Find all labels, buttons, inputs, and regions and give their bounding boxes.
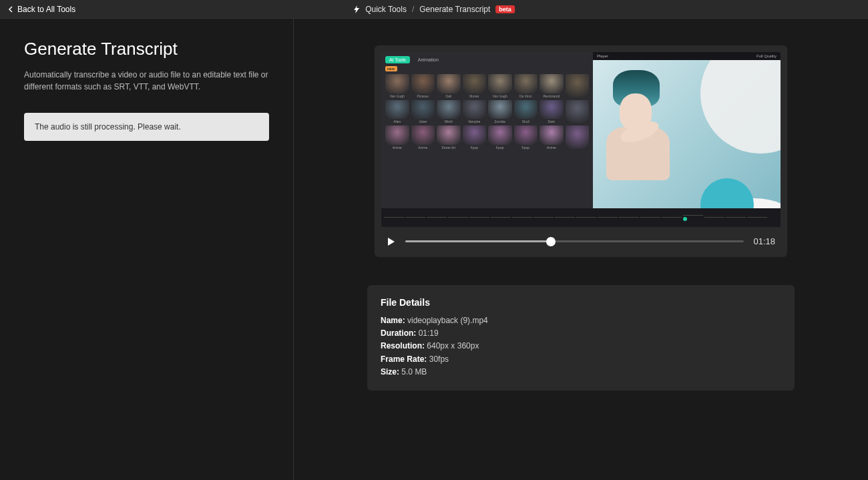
face-cell: Dark	[539, 100, 564, 124]
face-cell: Skull	[514, 100, 538, 124]
right-panel: AI Tools Animation new Van GoghPicassoDa…	[294, 19, 868, 480]
face-cell: Kpop	[463, 126, 487, 150]
player-label: Player	[597, 54, 608, 58]
face-cell: Dali	[437, 74, 461, 98]
face-cell: Witch	[437, 100, 461, 124]
video-preview: AI Tools Animation new Van GoghPicassoDa…	[381, 52, 781, 227]
progress-slider[interactable]	[405, 240, 744, 242]
left-panel: Generate Transcript Automatically transc…	[0, 19, 294, 480]
timeline-tick	[512, 217, 532, 219]
face-cell: Vampire	[463, 100, 487, 124]
timeline-tick	[427, 217, 447, 219]
preview-tab-ai: AI Tools	[385, 56, 410, 63]
timeline-tick	[747, 217, 767, 219]
timeline-tick	[384, 217, 404, 219]
detail-duration: Duration: 01:19	[381, 327, 781, 340]
face-cell	[566, 126, 590, 150]
timeline-tick	[704, 217, 724, 219]
timeline-tick	[640, 217, 660, 219]
face-cell: Monet	[463, 74, 487, 98]
face-cell: Zombie	[488, 100, 512, 124]
breadcrumb-separator: /	[412, 5, 414, 14]
face-cell: Kpop	[488, 126, 512, 150]
face-cell: Anime	[539, 126, 564, 150]
detail-resolution: Resolution: 640px x 360px	[381, 340, 781, 352]
timeline-tick	[683, 215, 703, 221]
quality-label: Full Quality	[756, 54, 777, 58]
player-controls: 01:18	[381, 227, 781, 250]
breadcrumb-root[interactable]: Quick Tools	[365, 5, 407, 14]
timeline-tick	[533, 217, 554, 219]
face-cell: Da Vinci	[514, 74, 538, 98]
preview-player-panel: Player Full Quality	[593, 52, 781, 227]
timeline-tick	[619, 217, 639, 219]
face-grid: Van GoghPicassoDaliMonetVan GoghDa Vinci…	[385, 74, 589, 150]
face-cell: Anime	[385, 126, 409, 150]
face-cell: Kpop	[514, 126, 538, 150]
progress-fill	[405, 240, 551, 242]
file-details-card: File Details Name: videoplayback (9).mp4…	[367, 285, 795, 391]
preview-effects-panel: AI Tools Animation new Van GoghPicassoDa…	[381, 52, 593, 227]
timeline-strip	[381, 208, 781, 227]
file-details-heading: File Details	[381, 297, 781, 308]
breadcrumb: Quick Tools / Generate Transcript beta	[353, 5, 515, 14]
timeline-tick	[405, 217, 425, 219]
timeline-tick	[469, 217, 489, 219]
breadcrumb-current: Generate Transcript	[419, 5, 490, 14]
preview-tab-animation: Animation	[414, 56, 443, 63]
timeline-tick	[598, 217, 618, 219]
back-to-tools-link[interactable]: Back to All Tools	[8, 5, 75, 14]
face-cell: Anime	[411, 126, 435, 150]
timeline-tick	[662, 217, 682, 219]
detail-framerate: Frame Rate: 30fps	[381, 353, 781, 366]
detail-size: Size: 5.0 MB	[381, 366, 781, 379]
page-title: Generate Transcript	[24, 39, 269, 59]
new-badge: new	[385, 66, 397, 71]
play-icon	[387, 237, 396, 246]
face-cell: Rembrandt	[539, 74, 564, 98]
face-cell: Picasso	[411, 74, 435, 98]
timeline-tick	[491, 217, 511, 219]
back-label: Back to All Tools	[17, 5, 75, 14]
face-cell: Joker	[411, 100, 435, 124]
face-cell	[566, 74, 590, 98]
face-cell: Van Gogh	[488, 74, 512, 98]
timeline-tick	[726, 217, 746, 219]
preview-image	[593, 60, 781, 218]
timeline-tick	[576, 217, 596, 219]
progress-thumb[interactable]	[546, 237, 556, 246]
face-cell	[566, 100, 590, 124]
play-button[interactable]	[387, 237, 396, 246]
page-description: Automatically transcribe a video or audi…	[24, 69, 269, 93]
face-cell: Street Art	[437, 126, 461, 150]
face-cell: Alien	[385, 100, 409, 124]
face-cell: Van Gogh	[385, 74, 409, 98]
duration-label: 01:18	[753, 236, 775, 246]
chevron-left-icon	[8, 6, 13, 13]
detail-name: Name: videoplayback (9).mp4	[381, 314, 781, 327]
timeline-tick	[448, 217, 468, 219]
video-preview-card: AI Tools Animation new Van GoghPicassoDa…	[375, 45, 787, 257]
lightning-icon	[353, 5, 360, 13]
beta-badge: beta	[495, 5, 515, 13]
status-message: The audio is still processing. Please wa…	[24, 113, 269, 141]
timeline-tick	[555, 217, 575, 219]
